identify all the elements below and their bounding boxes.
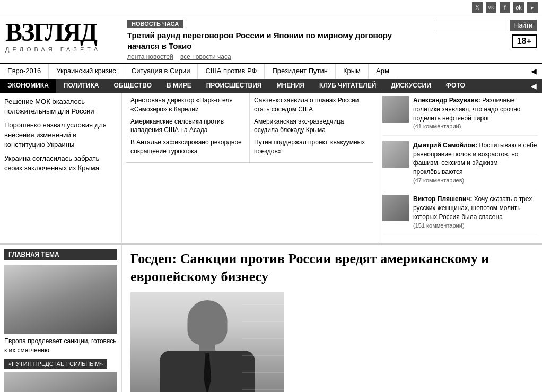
article-caption-1[interactable]: Европа продлевает санкции, готовясь к их… <box>4 337 117 355</box>
opinions-col: Александр Разуваев: Различные политики з… <box>378 93 542 243</box>
news-col-1: Арестована директор «Парк-отеля «Сямозер… <box>126 93 250 162</box>
top-news-2-1[interactable]: Американская экс-разведчица осудила блок… <box>254 117 369 135</box>
opinion-0: Александр Разуваев: Различные политики з… <box>382 96 538 136</box>
cat-photo[interactable]: ФОТО <box>439 79 473 93</box>
search-input[interactable] <box>434 20 508 31</box>
article-special-label[interactable]: «ПУТИН ПРЕДСТАЕТ СИЛЬНЫМ» <box>4 359 107 369</box>
top-news-grid: Арестована директор «Парк-отеля «Сямозер… <box>122 93 378 243</box>
sidebar-news-1[interactable]: Порошенко назвал условия для внесения из… <box>4 120 117 150</box>
news-col-2: Савченко заявила о планах России стать с… <box>250 93 373 162</box>
opinion-2: Виктор Пляшевич: Хочу сказать о трех рус… <box>382 195 538 234</box>
top-news-2-0[interactable]: Савченко заявила о планах России стать с… <box>254 96 369 114</box>
twitter-icon[interactable]: 𝕏 <box>472 2 483 13</box>
top-bar: 𝕏 VK f ok ▸ <box>0 0 542 15</box>
top-news-area: Решение МОК оказалось положительным для … <box>0 93 542 243</box>
top-news-1-0[interactable]: Арестована директор «Парк-отеля «Сямозер… <box>130 96 245 114</box>
social-icons: 𝕏 VK f ok ▸ <box>472 2 538 13</box>
opinion-comments-0[interactable]: (41 комментарий) <box>413 123 538 130</box>
header-news-links: лента новостей все новости часа <box>127 53 425 60</box>
article-thumb-2 <box>4 372 117 392</box>
article-main-image <box>130 292 284 392</box>
breaking-headline[interactable]: Третий раунд переговоров России и Японии… <box>127 30 425 51</box>
cat-right-arrow[interactable]: ◀ <box>526 79 542 93</box>
opinion-author-0: Александр Разуваев: <box>413 97 480 104</box>
logo-title[interactable]: ВЗГЛЯД <box>5 20 122 45</box>
main-article: Госдеп: Санкции против России вредят аме… <box>122 245 542 392</box>
nav-tab-arm[interactable]: Арм <box>369 64 397 79</box>
cat-politics[interactable]: ПОЛИТИКА <box>56 79 107 93</box>
section-label: ГЛАВНАЯ ТЕМА <box>4 249 117 260</box>
cat-discussions[interactable]: ДИСКУССИИ <box>383 79 439 93</box>
vk-icon[interactable]: VK <box>486 2 496 13</box>
article-image-block: 21 июня 2016, 18:42 Фото: David Mdzinari… <box>130 292 284 392</box>
opinion-author-1: Дмитрий Самойлов: <box>413 142 477 149</box>
flag-stripes <box>242 292 284 392</box>
logo-block: ВЗГЛЯД ДЕЛОВАЯ ГАЗЕТА <box>5 20 122 53</box>
opinion-text-1[interactable]: Дмитрий Самойлов: Воспитываю в себе равн… <box>413 141 538 185</box>
facebook-icon[interactable]: f <box>500 2 510 13</box>
opinion-avatar-1 <box>382 141 409 168</box>
news-columns: Арестована директор «Парк-отеля «Сямозер… <box>126 93 373 163</box>
nav-tab-ukraine[interactable]: Украинский кризис <box>49 64 124 79</box>
nav-right-arrow[interactable]: ◀ <box>526 64 542 79</box>
article-section: ГЛАВНАЯ ТЕМА Европа продлевает санкции, … <box>0 243 542 392</box>
breaking-label: НОВОСТЬ ЧАСА <box>127 20 183 28</box>
opinion-1: Дмитрий Самойлов: Воспитываю в себе равн… <box>382 141 538 190</box>
opinion-comments-1[interactable]: (47 комментариев) <box>413 177 538 185</box>
sidebar-news-0[interactable]: Решение МОК оказалось положительным для … <box>4 97 117 116</box>
nav-tab-usa[interactable]: США против РФ <box>198 64 265 79</box>
head-shape <box>188 300 228 345</box>
cat-opinions[interactable]: МНЕНИЯ <box>269 79 312 93</box>
top-sidebar: Решение МОК оказалось положительным для … <box>0 93 122 243</box>
article-title: Госдеп: Санкции против России вредят аме… <box>130 250 534 286</box>
header-right: Найти 18+ <box>431 20 537 48</box>
opinion-author-2: Виктор Пляшевич: <box>413 195 472 203</box>
cat-bar: ЭКОНОМИКА ПОЛИТИКА ОБЩЕСТВО В МИРЕ ПРОИС… <box>0 79 542 93</box>
thumb-image-2 <box>4 372 117 392</box>
nav-tab-crimea[interactable]: Крым <box>336 64 369 79</box>
search-button[interactable]: Найти <box>510 20 537 31</box>
thumb-image-1 <box>4 265 117 334</box>
cat-economics[interactable]: ЭКОНОМИКА <box>0 79 56 93</box>
cat-readers[interactable]: КЛУБ ЧИТАТЕЛЕЙ <box>312 79 383 93</box>
opinion-avatar-2 <box>382 195 409 221</box>
search-bar: Найти <box>434 20 537 31</box>
all-news-link[interactable]: все новости часа <box>180 53 231 60</box>
cat-society[interactable]: ОБЩЕСТВО <box>106 79 159 93</box>
nav-tab-putin[interactable]: Президент Путин <box>265 64 336 79</box>
article-image-meta: 21 июня 2016, 18:42 Фото: David Mdzinari… <box>130 292 534 392</box>
opinion-comments-2[interactable]: (151 комментарий) <box>413 222 538 230</box>
news-feed-link[interactable]: лента новостей <box>127 53 173 60</box>
opinion-text-2[interactable]: Виктор Пляшевич: Хочу сказать о трех рус… <box>413 195 538 230</box>
sidebar-news-2[interactable]: Украина согласилась забрать своих заключ… <box>4 154 117 173</box>
top-news-2-2[interactable]: Путин поддержал проект «вакуумных поездо… <box>254 138 369 156</box>
rss-icon[interactable]: ▸ <box>527 2 538 13</box>
header-news: НОВОСТЬ ЧАСА Третий раунд переговоров Ро… <box>122 20 431 60</box>
cat-world[interactable]: В МИРЕ <box>159 79 199 93</box>
age-badge: 18+ <box>512 34 537 48</box>
logo-subtitle: ДЕЛОВАЯ ГАЗЕТА <box>5 46 122 53</box>
opinion-text-0[interactable]: Александр Разуваев: Различные политики з… <box>413 96 538 131</box>
odnoklassniki-icon[interactable]: ok <box>513 2 524 13</box>
nav-tabs: Евро-2016 Украинский кризис Ситуация в С… <box>0 64 542 79</box>
article-sidebar: ГЛАВНАЯ ТЕМА Европа продлевает санкции, … <box>0 245 122 392</box>
nav-tab-syria[interactable]: Ситуация в Сирии <box>124 64 198 79</box>
cat-incidents[interactable]: ПРОИСШЕСТВИЯ <box>199 79 269 93</box>
article-thumb-1 <box>4 265 117 334</box>
header: ВЗГЛЯД ДЕЛОВАЯ ГАЗЕТА НОВОСТЬ ЧАСА Трети… <box>0 15 542 64</box>
opinion-avatar-0 <box>382 96 409 123</box>
top-news-1-2[interactable]: В Анталье зафиксировано рекордное сокращ… <box>130 138 245 156</box>
top-news-1-1[interactable]: Американские силовики против нападения С… <box>130 117 245 135</box>
nav-tab-euro[interactable]: Евро-2016 <box>0 64 49 79</box>
